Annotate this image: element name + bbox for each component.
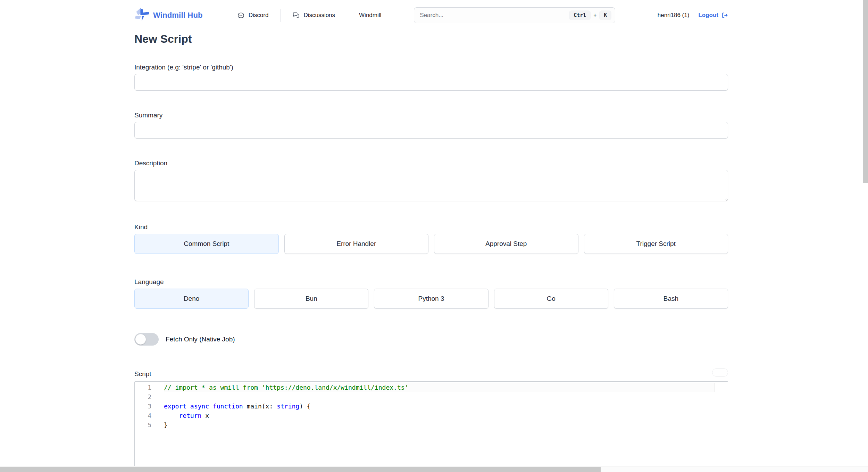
language-option-bun[interactable]: Bun xyxy=(254,289,368,309)
user-area: henri186 (1) Logout xyxy=(658,12,728,19)
code-area: 1 // import * as wmill from 'https://den… xyxy=(135,382,728,430)
vertical-scrollbar-thumb[interactable] xyxy=(863,0,868,183)
code-line-5: 5 } xyxy=(135,420,728,430)
header: Windmill Hub Discord xyxy=(134,0,728,24)
description-textarea[interactable] xyxy=(134,170,728,201)
kbd-k: K xyxy=(599,10,611,20)
windmill-logo-icon xyxy=(134,8,150,23)
code-line-1: 1 // import * as wmill from 'https://den… xyxy=(135,383,728,392)
language-option-go[interactable]: Go xyxy=(494,289,608,309)
page-title: New Script xyxy=(134,33,728,45)
line-number: 1 xyxy=(135,383,164,392)
language-options: Deno Bun Python 3 Go Bash xyxy=(134,289,728,309)
nav-discussions[interactable]: Discussions xyxy=(281,11,347,19)
fetch-only-toggle[interactable] xyxy=(134,333,159,346)
code-line-3: 3 export async function main(x: string) … xyxy=(135,401,728,411)
kind-option-trigger-script[interactable]: Trigger Script xyxy=(584,234,728,254)
language-group: Language Deno Bun Python 3 Go Bash xyxy=(134,278,728,309)
script-label: Script xyxy=(134,370,151,379)
summary-label: Summary xyxy=(134,111,728,120)
discord-icon xyxy=(237,11,245,19)
page: Windmill Hub Discord xyxy=(0,0,862,472)
code-line-4: 4 return x xyxy=(135,411,728,420)
brand[interactable]: Windmill Hub xyxy=(134,8,203,23)
fetch-only-group: Fetch Only (Native Job) xyxy=(134,333,728,346)
nav-discord-label: Discord xyxy=(249,12,269,19)
language-option-deno[interactable]: Deno xyxy=(134,289,249,309)
kind-group: Kind Common Script Error Handler Approva… xyxy=(134,223,728,254)
logout-link[interactable]: Logout xyxy=(698,12,728,19)
kind-options: Common Script Error Handler Approval Ste… xyxy=(134,234,728,254)
nav-discord[interactable]: Discord xyxy=(225,11,281,19)
search-box[interactable]: Ctrl + K xyxy=(414,7,615,23)
nav-windmill-label: Windmill xyxy=(359,12,381,19)
integration-label: Integration (e.g: 'stripe' or 'github') xyxy=(134,63,728,72)
horizontal-scrollbar[interactable] xyxy=(0,466,868,472)
nav-discussions-label: Discussions xyxy=(303,12,335,19)
integration-group: Integration (e.g: 'stripe' or 'github') xyxy=(134,63,728,91)
code-editor[interactable]: 1 // import * as wmill from 'https://den… xyxy=(134,381,728,472)
line-number: 2 xyxy=(135,392,164,401)
code-line-2: 2 xyxy=(135,392,728,401)
language-option-bash[interactable]: Bash xyxy=(614,289,728,309)
kind-option-error-handler[interactable]: Error Handler xyxy=(284,234,429,254)
kbd-plus: + xyxy=(593,12,596,18)
language-option-python3[interactable]: Python 3 xyxy=(374,289,488,309)
vertical-scrollbar[interactable] xyxy=(862,0,868,466)
description-group: Description xyxy=(134,159,728,202)
toggle-knob xyxy=(135,334,146,345)
logout-icon xyxy=(721,12,728,19)
code-link[interactable]: https://deno.land/x/windmill/index.ts xyxy=(266,384,405,391)
kind-label: Kind xyxy=(134,223,728,232)
line-number: 3 xyxy=(135,401,164,411)
discussions-icon xyxy=(292,11,300,19)
kbd-ctrl: Ctrl xyxy=(569,10,591,20)
brand-name: Windmill Hub xyxy=(153,11,203,20)
logout-label: Logout xyxy=(698,12,718,19)
main-nav: Discord Discussions Windmill xyxy=(225,9,393,22)
kind-option-common-script[interactable]: Common Script xyxy=(134,234,279,254)
integration-input[interactable] xyxy=(134,74,728,91)
description-label: Description xyxy=(134,159,728,168)
line-number: 5 xyxy=(135,420,164,430)
script-group: Script 1 // import * as wmill from 'http… xyxy=(134,369,728,472)
fetch-only-label: Fetch Only (Native Job) xyxy=(166,336,235,343)
summary-input[interactable] xyxy=(134,122,728,139)
nav-windmill[interactable]: Windmill xyxy=(347,12,393,19)
search-input[interactable] xyxy=(420,12,566,19)
summary-group: Summary xyxy=(134,111,728,139)
kind-option-approval-step[interactable]: Approval Step xyxy=(434,234,578,254)
username: henri186 (1) xyxy=(658,12,690,19)
editor-mini-toggle[interactable] xyxy=(712,369,728,376)
horizontal-scrollbar-thumb[interactable] xyxy=(0,467,601,472)
line-number: 4 xyxy=(135,411,164,420)
language-label: Language xyxy=(134,278,728,287)
